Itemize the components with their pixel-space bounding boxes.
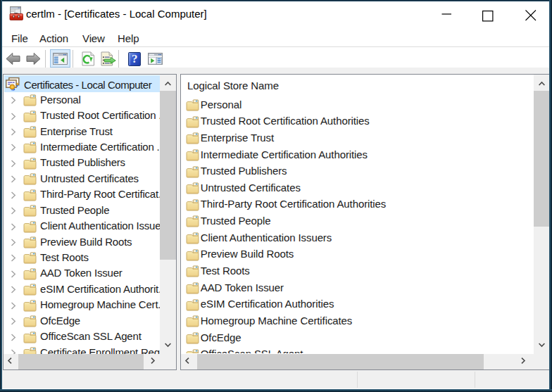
svg-text:?: ? <box>132 52 138 65</box>
